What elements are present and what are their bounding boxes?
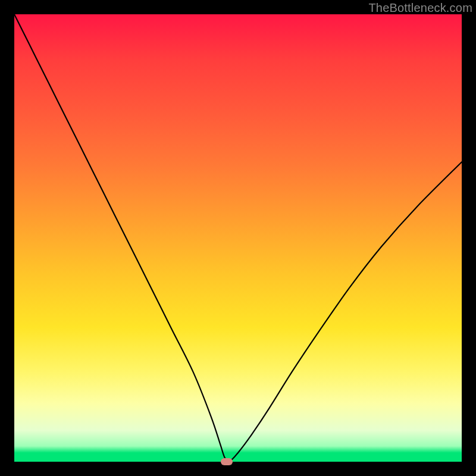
bottleneck-curve — [14, 14, 462, 462]
watermark-text: TheBottleneck.com — [368, 1, 472, 15]
optimal-marker — [221, 458, 233, 465]
curve-svg — [14, 14, 462, 462]
chart-frame: TheBottleneck.com — [0, 0, 476, 476]
plot-area — [14, 14, 462, 462]
